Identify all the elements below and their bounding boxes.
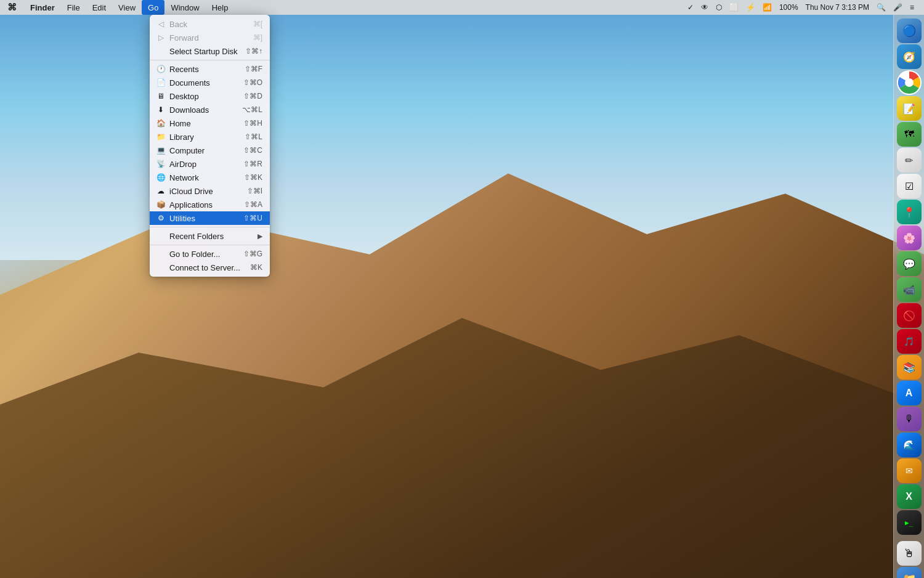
menu-item-back[interactable]: ◁ Back ⌘[: [150, 17, 270, 31]
forward-shortcut: ⌘]: [253, 33, 262, 42]
dock-app-spark[interactable]: ✉: [897, 458, 922, 483]
menubar-edit[interactable]: Edit: [86, 0, 112, 15]
documents-label: Documents: [169, 78, 210, 88]
menubar-cast-icon: ⬜: [727, 3, 741, 12]
menu-item-documents[interactable]: 📄 Documents ⇧⌘O: [150, 76, 270, 89]
home-icon: 🏠: [156, 118, 166, 128]
menubar-window[interactable]: Window: [164, 0, 205, 15]
utilities-icon: ⚙: [156, 213, 166, 223]
menubar-search-icon[interactable]: 🔍: [874, 3, 888, 12]
documents-shortcut: ⇧⌘O: [243, 78, 262, 87]
recents-label: Recents: [169, 65, 199, 74]
downloads-label: Downloads: [169, 105, 209, 115]
applications-label: Applications: [169, 200, 213, 210]
apple-menu[interactable]: ⌘: [0, 0, 24, 15]
dock-app-excel[interactable]: X: [897, 484, 922, 509]
startup-icon: [156, 46, 166, 56]
svg-point-1: [905, 78, 914, 87]
dock-app-notes[interactable]: 📝: [897, 96, 922, 121]
dock-app-reminders[interactable]: ☑: [897, 174, 922, 198]
utilities-label: Utilities: [169, 214, 195, 223]
go-dropdown-menu: ◁ Back ⌘[ ▷ Forward ⌘] Select Startup Di…: [150, 15, 270, 277]
menubar-file[interactable]: File: [61, 0, 86, 15]
icloud-shortcut: ⇧⌘I: [247, 187, 262, 195]
menu-item-go-to-folder[interactable]: Go to Folder... ⇧⌘G: [150, 247, 270, 261]
separator-3: [150, 245, 270, 245]
menu-item-recents[interactable]: 🕐 Recents ⇧⌘F: [150, 62, 270, 76]
menu-item-startup-disk[interactable]: Select Startup Disk ⇧⌘↑: [150, 44, 270, 58]
home-label: Home: [169, 119, 191, 128]
airdrop-shortcut: ⇧⌘R: [243, 160, 262, 168]
menubar-view[interactable]: View: [112, 0, 142, 15]
recents-icon: 🕐: [156, 64, 166, 74]
menubar-left: ⌘ Finder File Edit View Go Window Help: [0, 0, 685, 15]
dock-app-maps2[interactable]: 📍: [897, 200, 922, 224]
library-shortcut: ⇧⌘L: [245, 132, 262, 141]
computer-icon: 💻: [156, 145, 166, 155]
menubar-help[interactable]: Help: [206, 0, 235, 15]
dock-app-books[interactable]: 📚: [897, 355, 922, 380]
menubar-wifi-icon: 📶: [760, 3, 774, 12]
network-icon: 🌐: [156, 173, 166, 182]
recent-folders-icon: [156, 231, 166, 241]
back-label: Back: [169, 20, 187, 29]
documents-icon: 📄: [156, 78, 166, 88]
desktop-label: Desktop: [169, 92, 199, 101]
menu-item-utilities[interactable]: ⚙ Utilities ⇧⌘U: [150, 211, 270, 225]
menu-item-connect-server[interactable]: Connect to Server... ⌘K: [150, 261, 270, 274]
menu-item-network[interactable]: 🌐 Network ⇧⌘K: [150, 171, 270, 184]
icloud-icon: ☁: [156, 186, 166, 196]
menu-item-downloads[interactable]: ⬇ Downloads ⌥⌘L: [150, 103, 270, 116]
connect-server-shortcut: ⌘K: [250, 263, 262, 272]
dock-app-terminal[interactable]: ▶_: [897, 510, 922, 535]
dock-app-blocker[interactable]: 🚫: [897, 303, 922, 328]
menu-item-computer[interactable]: 💻 Computer ⇧⌘C: [150, 144, 270, 157]
menubar-finder[interactable]: Finder: [24, 0, 61, 15]
dock-app-mouse[interactable]: 🖱: [897, 541, 922, 566]
downloads-icon: ⬇: [156, 105, 166, 115]
dock-app-maps[interactable]: 🗺: [897, 122, 922, 147]
dock-app-appstore[interactable]: A: [897, 381, 922, 405]
menubar-siri-icon[interactable]: 🎤: [891, 3, 905, 12]
back-icon: ◁: [156, 19, 166, 29]
connect-server-label: Connect to Server...: [169, 263, 240, 272]
go-to-folder-icon: [156, 249, 166, 259]
dock-app-folder[interactable]: 📁: [897, 567, 922, 578]
menu-item-forward[interactable]: ▷ Forward ⌘]: [150, 31, 270, 44]
back-shortcut: ⌘[: [253, 20, 262, 28]
dock-app-chrome[interactable]: [897, 70, 922, 95]
dock-app-text[interactable]: ✏: [897, 148, 922, 173]
menu-item-home[interactable]: 🏠 Home ⇧⌘H: [150, 116, 270, 130]
menubar-notification-icon[interactable]: ≡: [907, 3, 917, 12]
dock-app-podcast[interactable]: 🎙: [897, 407, 922, 431]
dock-app-safari[interactable]: 🧭: [897, 44, 922, 69]
dock-app-finder[interactable]: 🔵: [897, 18, 922, 43]
go-to-folder-shortcut: ⇧⌘G: [243, 250, 262, 258]
menu-item-icloud[interactable]: ☁ iCloud Drive ⇧⌘I: [150, 184, 270, 198]
connect-server-icon: [156, 263, 166, 272]
menu-item-recent-folders[interactable]: Recent Folders ▶: [150, 229, 270, 243]
menu-item-desktop[interactable]: 🖥 Desktop ⇧⌘D: [150, 89, 270, 103]
menubar-right: ✓ 👁 ⬡ ⬜ ⚡ 📶 100% Thu Nov 7 3:13 PM 🔍 🎤 ≡: [685, 3, 924, 12]
airdrop-label: AirDrop: [169, 160, 197, 169]
dock-app-photos[interactable]: 🌸: [897, 226, 922, 250]
startup-shortcut: ⇧⌘↑: [245, 47, 262, 55]
dock-app-edge[interactable]: 🌊: [897, 433, 922, 457]
airdrop-icon: 📡: [156, 159, 166, 169]
dock-app-messages[interactable]: 💬: [897, 251, 922, 276]
utilities-shortcut: ⇧⌘U: [243, 214, 262, 222]
startup-label: Select Startup Disk: [169, 47, 238, 56]
downloads-shortcut: ⌥⌘L: [242, 105, 262, 114]
menubar-go[interactable]: Go: [142, 0, 164, 15]
menu-item-airdrop[interactable]: 📡 AirDrop ⇧⌘R: [150, 157, 270, 171]
dock-app-facetime[interactable]: 📹: [897, 277, 922, 302]
menubar: ⌘ Finder File Edit View Go Window Help ✓…: [0, 0, 924, 15]
menu-item-applications[interactable]: 📦 Applications ⇧⌘A: [150, 198, 270, 211]
menubar-eye-icon: 👁: [699, 3, 711, 12]
dock-app-music[interactable]: 🎵: [897, 329, 922, 354]
network-shortcut: ⇧⌘K: [244, 173, 262, 182]
recent-folders-label: Recent Folders: [169, 232, 224, 241]
home-shortcut: ⇧⌘H: [243, 119, 262, 128]
menu-item-library[interactable]: 📁 Library ⇧⌘L: [150, 130, 270, 144]
applications-shortcut: ⇧⌘A: [244, 200, 262, 209]
